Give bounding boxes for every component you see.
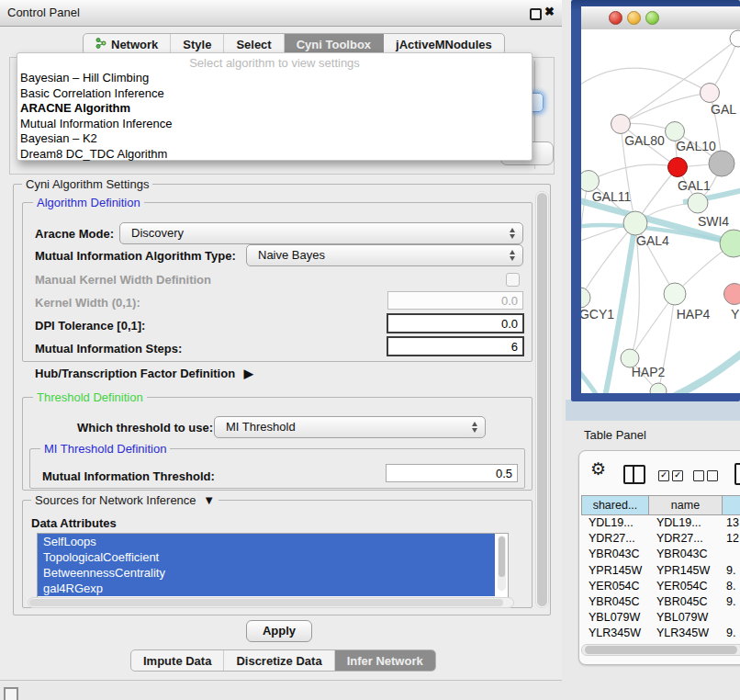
checked-pair-icon[interactable]: ✓ [672, 470, 683, 481]
table-cell: YDL19... [649, 515, 723, 531]
settings-scrollbar[interactable] [535, 191, 549, 608]
algorithm-option-bayesian-k2[interactable]: Bayesian – K2 [17, 131, 532, 147]
table-row[interactable]: YBL079WYBL079W [581, 610, 740, 626]
hub-definition-toggle[interactable]: Hub/Transcription Factor Definition ▶ [35, 367, 253, 380]
algorithm-option-mutual-information-inference[interactable]: Mutual Information Inference [17, 117, 532, 132]
table-row[interactable]: YDL19...YDL19...13 [581, 515, 740, 531]
node-label-hap2: HAP2 [632, 365, 666, 379]
node-label-gal11: GAL11 [592, 189, 632, 204]
attribute-item-gal4rgexp[interactable]: gal4RGexp [38, 581, 495, 596]
network-node[interactable] [709, 151, 734, 176]
table-row[interactable]: YBR043CYBR043C [581, 547, 740, 562]
network-node-gal80[interactable] [611, 115, 631, 134]
network-node-gal4[interactable] [623, 211, 647, 235]
table-cell [723, 547, 740, 562]
network-canvas[interactable]: GALGAL80GAL10GAL1GAL11GAL4SWI4GCY1HAP4YH… [581, 29, 740, 393]
dpi-tolerance-label: DPI Tolerance [0,1]: [35, 319, 145, 333]
split-columns-icon[interactable] [623, 465, 645, 484]
tab-jactivemnodules[interactable]: jActiveMNodules [384, 34, 504, 54]
minimize-traffic-icon[interactable] [627, 11, 641, 25]
table-cell: YPR145W [581, 563, 649, 579]
network-edge [589, 164, 678, 181]
node-table: shared...name YDL19...YDL19...13YDR27...… [581, 495, 740, 658]
unchecked-pair-icon[interactable] [693, 470, 704, 481]
table-row[interactable]: YDR27...YDR27...12 [581, 531, 740, 547]
network-view-window: GALGAL80GAL10GAL1GAL11GAL4SWI4GCY1HAP4YH… [571, 0, 740, 401]
gear-icon[interactable]: ⚙ [590, 458, 606, 480]
table-body: YDL19...YDL19...13YDR27...YDR27...12YBR0… [581, 515, 740, 658]
table-row[interactable]: YBR045CYBR045C9. [581, 594, 740, 610]
background-band [566, 400, 740, 421]
table-cell: YDL19... [581, 515, 649, 531]
tab-cyni-toolbox[interactable]: Cyni Toolbox [285, 34, 384, 54]
network-node-y[interactable] [724, 284, 740, 305]
close-icon[interactable]: ✖ [544, 5, 555, 18]
mi-type-select[interactable]: Naive Bayes [246, 244, 523, 266]
which-threshold-select[interactable]: MI Threshold [214, 416, 486, 438]
apply-button[interactable]: Apply [246, 620, 312, 642]
network-node-gcy1[interactable] [581, 288, 590, 308]
tab-discretize-data[interactable]: Discretize Data [224, 650, 334, 671]
tab-label: Cyni Toolbox [297, 38, 371, 51]
aracne-mode-select[interactable]: Discovery [119, 222, 523, 244]
algorithm-option-basic-correlation-inference[interactable]: Basic Correlation Inference [17, 86, 532, 102]
algorithm-option-bayesian-hill-climbing[interactable]: Bayesian – Hill Climbing [17, 71, 532, 86]
tab-label: Discretize Data [236, 654, 321, 668]
kernel-width-label: Kernel Width (0,1): [35, 296, 140, 310]
which-threshold-value: MI Threshold [226, 420, 296, 434]
table-cell: YBL079W [649, 610, 723, 626]
mi-threshold-field[interactable] [386, 464, 518, 482]
mi-type-value: Naive Bayes [258, 248, 325, 262]
table-hscrollbar[interactable] [581, 644, 740, 656]
partial-table-icon[interactable] [734, 463, 740, 485]
attribute-item-topologicalcoefficient[interactable]: TopologicalCoefficient [38, 549, 495, 565]
kernel-width-field[interactable] [387, 291, 523, 310]
mi-steps-field[interactable] [387, 336, 524, 356]
zoom-traffic-icon[interactable] [645, 11, 659, 25]
table-row[interactable]: YPR145WYPR145W9. [581, 563, 740, 579]
attribute-item-betweennesscentrality[interactable]: BetweennessCentrality [38, 565, 495, 581]
settings-hscrollbar[interactable] [28, 597, 514, 608]
algorithm-list: Bayesian – Hill ClimbingBasic Correlatio… [17, 71, 532, 162]
collapsed-arrow-icon: ▶ [244, 367, 253, 380]
network-node-gal1[interactable] [668, 158, 688, 177]
table-cell: 9. [723, 626, 740, 641]
minimized-panel-icon[interactable] [4, 687, 18, 700]
tab-label: Style [183, 38, 211, 51]
network-edge-thick [581, 367, 598, 393]
tab-label: Network [111, 38, 158, 51]
algorithm-placeholder: Select algorithm to view settings [17, 55, 532, 71]
table-row[interactable]: YLR345WYLR345W9. [581, 626, 740, 641]
table-cell: 13 [723, 515, 740, 531]
dpi-tolerance-field[interactable] [387, 313, 524, 333]
unchecked-pair-icon[interactable] [707, 470, 718, 481]
table-cell: YBL079W [581, 610, 649, 626]
table-cell: YER054C [649, 579, 723, 594]
network-node-swi4[interactable] [720, 230, 740, 257]
float-icon[interactable] [530, 8, 542, 20]
network-node-hap4[interactable] [664, 283, 686, 305]
table-cell: YDR27... [649, 531, 723, 547]
sources-legend[interactable]: Sources for Network Inference ▼ [31, 493, 219, 507]
tab-network[interactable]: Network [84, 34, 171, 54]
algorithm-option-aracne-algorithm[interactable]: ARACNE Algorithm [17, 101, 532, 117]
tab-impute-data[interactable]: Impute Data [131, 650, 224, 671]
tab-style[interactable]: Style [171, 34, 224, 54]
table-cell: YBR045C [581, 594, 649, 610]
table-row[interactable]: YER054CYER054C8. [581, 579, 740, 594]
column-header-name[interactable]: name [649, 495, 723, 515]
manual-kernel-checkbox[interactable] [506, 273, 520, 287]
tab-select[interactable]: Select [224, 34, 284, 54]
network-edge-thick [673, 353, 740, 393]
tab-label: Select [236, 38, 271, 51]
column-header-shared-[interactable]: shared... [581, 495, 649, 515]
network-node[interactable] [688, 193, 708, 213]
tab-infer-network[interactable]: Infer Network [335, 650, 435, 671]
algorithm-option-dream8-dc-tdc-algorithm[interactable]: Dream8 DC_TDC Algorithm [17, 147, 532, 163]
close-traffic-icon[interactable] [609, 11, 622, 25]
column-header-2[interactable] [723, 495, 740, 515]
network-node-gal[interactable] [701, 84, 720, 103]
attributes-scrollbar[interactable] [498, 536, 506, 591]
attribute-item-selfloops[interactable]: SelfLoops [38, 534, 495, 549]
checked-pair-icon[interactable]: ✓ [658, 470, 669, 481]
